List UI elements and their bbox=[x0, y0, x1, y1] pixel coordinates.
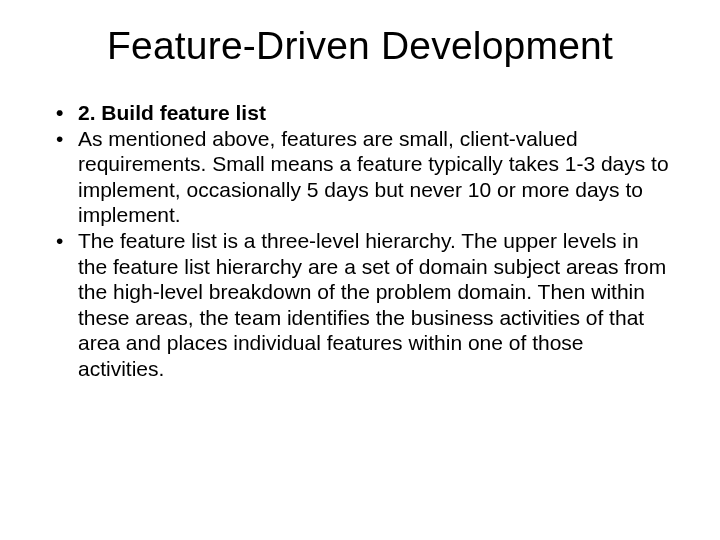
bullet-paragraph: The feature list is a three-level hierar… bbox=[50, 228, 670, 382]
slide: Feature-Driven Development 2. Build feat… bbox=[0, 0, 720, 540]
bullet-list: 2. Build feature list As mentioned above… bbox=[50, 100, 670, 382]
bullet-paragraph: As mentioned above, features are small, … bbox=[50, 126, 670, 228]
slide-content: 2. Build feature list As mentioned above… bbox=[50, 100, 670, 382]
slide-title: Feature-Driven Development bbox=[50, 24, 670, 68]
bullet-subheading: 2. Build feature list bbox=[50, 100, 670, 126]
